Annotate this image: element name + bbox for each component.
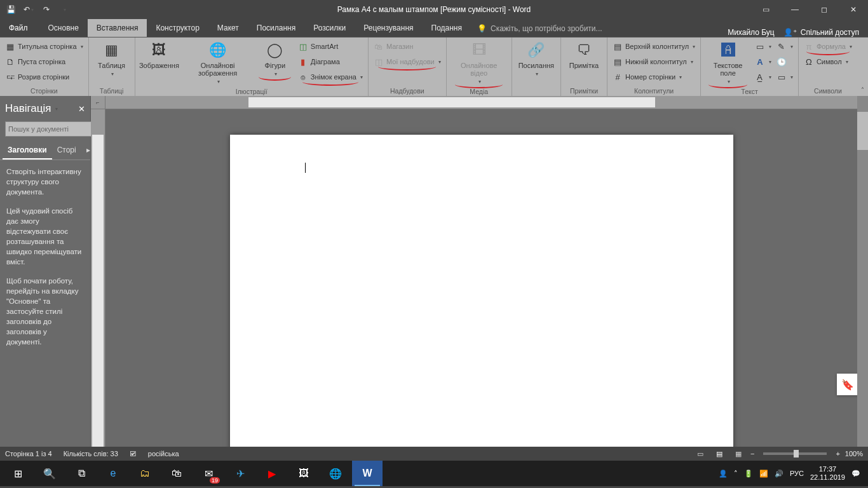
zoom-out-button[interactable]: − xyxy=(750,450,754,458)
object-button[interactable]: ▭▾ xyxy=(774,69,796,85)
page-canvas[interactable]: 🔖 xyxy=(105,109,857,447)
tab-layout[interactable]: Макет xyxy=(208,19,248,37)
nav-tab-pages[interactable]: Сторі xyxy=(52,142,81,159)
symbol-button[interactable]: ΩСимвол▾ xyxy=(801,54,855,69)
nav-search-input[interactable] xyxy=(5,121,98,137)
textbox-button[interactable]: 🅰Текстове поле▾ xyxy=(703,39,752,87)
nav-menu-button[interactable]: ▾ xyxy=(55,106,58,112)
user-name[interactable]: Михайло Буц xyxy=(728,28,775,37)
taskbar-chrome[interactable]: 🌐 xyxy=(320,461,351,486)
tell-me-search[interactable]: 💡Скажіть, що потрібно зробити... xyxy=(471,20,609,37)
footer-button[interactable]: ▤Нижній колонтитул▾ xyxy=(610,54,698,69)
cover-page-button[interactable]: ▦Титульна сторінка▾ xyxy=(3,39,86,54)
links-button[interactable]: 🔗Посилання▾ xyxy=(515,39,558,79)
zoom-slider[interactable] xyxy=(763,452,827,455)
taskbar-explorer[interactable]: 🗂 xyxy=(130,461,160,486)
tab-view[interactable]: Подання xyxy=(423,19,471,37)
taskbar-telegram[interactable]: ✈ xyxy=(225,461,255,486)
search-button[interactable]: 🔍 xyxy=(34,461,65,486)
title-bar: 💾 ↶▾ ↷ ▾ Рамка А4 с малым штампом [Режим… xyxy=(0,0,868,19)
horizontal-ruler[interactable] xyxy=(105,96,857,109)
tab-mailings[interactable]: Розсилки xyxy=(304,19,355,37)
navigation-pane: Навігація ▾ ✕ 🔍▾ Заголовки Сторі ▸ Створ… xyxy=(0,96,91,447)
comment-button[interactable]: 🗨Примітка xyxy=(564,39,604,71)
status-language[interactable]: російська xyxy=(148,450,179,458)
status-spellcheck[interactable]: 🗹 xyxy=(130,450,137,458)
share-button[interactable]: 👤⁺ Спільний доступ xyxy=(783,28,859,37)
table-button[interactable]: ▦Таблиця▾ xyxy=(92,39,132,79)
tray-language[interactable]: РУС xyxy=(790,470,804,477)
status-page[interactable]: Сторінка 1 із 4 xyxy=(5,450,52,458)
save-button[interactable]: 💾 xyxy=(3,1,19,18)
chart-button[interactable]: ▮Діаграма xyxy=(295,54,365,69)
nav-tab-headings[interactable]: Заголовки xyxy=(3,142,52,159)
taskbar-mail[interactable]: ✉19 xyxy=(193,461,224,486)
tray-battery-icon[interactable]: 🔋 xyxy=(744,470,753,478)
bookmark-flag-button[interactable]: 🔖 xyxy=(837,374,857,395)
online-pictures-button[interactable]: 🌐Онлайнові зображення▾ xyxy=(180,39,255,87)
tab-file[interactable]: Файл xyxy=(0,19,37,37)
group-media-label: Медіа xyxy=(449,87,509,97)
group-symbols: πФормула▾ ΩСимвол▾ Символи xyxy=(799,37,857,96)
equation-button[interactable]: πФормула▾ xyxy=(801,39,855,54)
page-number-button[interactable]: #Номер сторінки▾ xyxy=(610,69,698,85)
pictures-button[interactable]: 🖼Зображення xyxy=(138,39,181,71)
document-page[interactable] xyxy=(230,135,733,447)
view-print-layout-button[interactable]: ▤ xyxy=(712,448,726,459)
zoom-in-button[interactable]: + xyxy=(836,450,839,458)
taskbar-photos[interactable]: 🖼 xyxy=(288,461,319,486)
online-video-button[interactable]: 🎞Онлайнове відео▾ xyxy=(449,39,509,87)
tray-clock[interactable]: 17:37 22.11.2019 xyxy=(810,465,845,482)
redo-button[interactable]: ↷ xyxy=(38,1,55,18)
blank-page-button[interactable]: 🗋Пуста сторінка xyxy=(3,54,86,69)
ribbon-display-options-button[interactable]: ▭ xyxy=(751,0,780,19)
group-links: 🔗Посилання▾ xyxy=(512,37,561,96)
tray-people[interactable]: 👤 xyxy=(719,470,728,478)
view-web-layout-button[interactable]: ▦ xyxy=(731,448,745,459)
tray-chevron[interactable]: ˄ xyxy=(734,470,738,478)
tab-insert[interactable]: Вставлення xyxy=(88,19,147,37)
collapse-ribbon-button[interactable]: ˄ xyxy=(861,86,864,93)
nav-close-button[interactable]: ✕ xyxy=(78,104,85,114)
maximize-button[interactable]: ◻ xyxy=(810,0,839,19)
tab-references[interactable]: Посилання xyxy=(248,19,304,37)
vertical-ruler[interactable] xyxy=(91,109,105,447)
vertical-scrollbar[interactable] xyxy=(857,109,868,447)
store-button[interactable]: 🛍Магазин xyxy=(371,39,444,54)
my-addins-button[interactable]: ◫Мої надбудови▾ xyxy=(371,54,444,69)
undo-button[interactable]: ↶▾ xyxy=(20,1,37,18)
drop-cap-button[interactable]: A̲▾ xyxy=(752,69,774,85)
view-read-mode-button[interactable]: ▭ xyxy=(693,448,707,459)
quick-parts-button[interactable]: ▭▾ xyxy=(752,39,774,54)
scrollbar-thumb[interactable] xyxy=(857,112,868,150)
close-button[interactable]: ✕ xyxy=(839,0,868,19)
tab-home[interactable]: Основне xyxy=(39,19,88,37)
wordart-button[interactable]: A▾ xyxy=(752,54,774,69)
smartart-button[interactable]: ◫SmartArt xyxy=(295,39,365,54)
task-view-button[interactable]: ⧉ xyxy=(66,461,97,486)
tab-design[interactable]: Конструктор xyxy=(147,19,208,37)
zoom-slider-thumb[interactable] xyxy=(794,450,799,458)
signature-line-button[interactable]: ✎▾ xyxy=(774,39,796,54)
qat-customize-button[interactable]: ▾ xyxy=(56,1,72,18)
status-word-count[interactable]: Кількість слів: 33 xyxy=(64,450,118,458)
minimize-button[interactable]: — xyxy=(780,0,810,19)
screenshot-button[interactable]: ⌾Знімок екрана▾ xyxy=(295,69,365,85)
shapes-button[interactable]: ◯Фігури▾ xyxy=(255,39,295,79)
taskbar-store[interactable]: 🛍 xyxy=(161,461,192,486)
tray-notifications-icon[interactable]: 💬 xyxy=(851,470,860,478)
date-time-button[interactable]: 🕒 xyxy=(774,54,796,69)
taskbar-youtube[interactable]: ▶ xyxy=(257,461,287,486)
tray-volume-icon[interactable]: 🔊 xyxy=(775,470,783,478)
status-bar: Сторінка 1 із 4 Кількість слів: 33 🗹 рос… xyxy=(0,447,868,461)
tab-review[interactable]: Рецензування xyxy=(355,19,422,37)
taskbar-word[interactable]: W xyxy=(352,461,383,486)
start-button[interactable]: ⊞ xyxy=(3,461,33,486)
ruler-corner[interactable]: ⌐ xyxy=(91,96,105,109)
header-button[interactable]: ▤Верхній колонтитул▾ xyxy=(610,39,698,54)
taskbar-edge[interactable]: e xyxy=(98,461,128,486)
tray-wifi-icon[interactable]: 📶 xyxy=(759,470,768,478)
zoom-level[interactable]: 100% xyxy=(845,450,863,458)
smartart-label: SmartArt xyxy=(311,43,338,50)
page-break-button[interactable]: ⮓Розрив сторінки xyxy=(3,69,86,85)
